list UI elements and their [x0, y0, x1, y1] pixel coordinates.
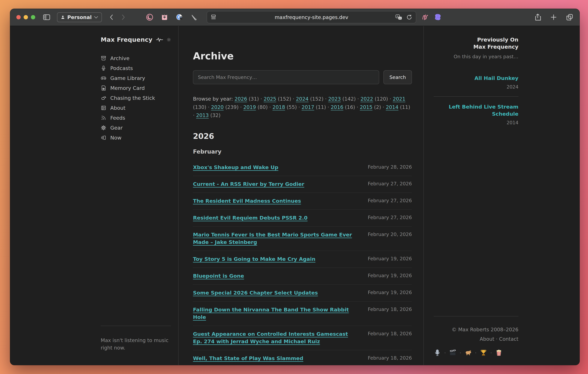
footer-divider: [434, 316, 518, 316]
profile-button[interactable]: Personal: [57, 12, 102, 22]
sidebar-item-feeds[interactable]: Feeds: [101, 113, 171, 123]
post-title-link[interactable]: The Resident Evil Madness Continues: [193, 197, 301, 205]
sidebar-item-gear[interactable]: Gear: [101, 123, 171, 133]
sidebar-item-memory-card[interactable]: Memory Card: [101, 83, 171, 93]
pen-extension-icon: [191, 14, 198, 21]
timer-extension-button[interactable]: [146, 13, 153, 21]
post-row-mario-tennis-fever-is-the-best-mario-sports-game-ever-made-jake-steinberg: Mario Tennis Fever Is the Best Mario Spo…: [193, 226, 412, 251]
on-this-day-list: All Hail Dunkey 2024 Left Behind Live St…: [434, 75, 518, 125]
post-date: February 18, 2026: [368, 330, 412, 336]
blob-extension-icon: [434, 14, 441, 21]
share-button[interactable]: [534, 13, 541, 21]
contact-link[interactable]: Contact: [499, 336, 518, 342]
timer-extension-icon: [146, 14, 153, 21]
share-icon: [534, 13, 541, 21]
browser-window: Personal: [10, 9, 580, 365]
tab-overview-icon: [566, 14, 573, 21]
microphone-emoji-icon: [434, 349, 441, 356]
post-row-guest-appearance-on-controlled-interests-gamescast-ep-274-with-jerrad-wyche-and-michael-ruiz: Guest Appearance on Controlled Interests…: [193, 326, 412, 350]
translate-icon[interactable]: A x: [395, 14, 402, 20]
back-button[interactable]: [109, 14, 114, 21]
post-row-toy-story-5-is-going-to-make-me-cry-again: Toy Story 5 is Going to Make Me Cry Agai…: [193, 251, 412, 268]
chevron-down-icon: [94, 15, 98, 19]
page-title: Archive: [193, 50, 412, 62]
post-date: February 28, 2026: [368, 164, 412, 170]
downie-extension-button[interactable]: [161, 13, 168, 21]
gear-icon: [101, 125, 106, 131]
post-date: February 19, 2026: [368, 255, 412, 262]
footer-emoji-row: · · ·: [434, 349, 518, 356]
post-row-the-resident-evil-madness-continues: The Resident Evil Madness Continues Febr…: [193, 193, 412, 209]
post-title-link[interactable]: Bluepoint is Gone: [193, 272, 244, 280]
sidebar-divider: [101, 326, 171, 326]
svg-text:A: A: [397, 15, 398, 18]
rss-icon: [101, 115, 106, 121]
sidebar-item-now[interactable]: Now: [101, 133, 171, 143]
reload-icon[interactable]: [406, 14, 412, 20]
blob-extension-button[interactable]: [434, 13, 442, 21]
dog-emoji-icon: [464, 349, 472, 356]
post-title-link[interactable]: Toy Story 5 is Going to Make Me Cry Agai…: [193, 255, 315, 263]
post-title-link[interactable]: Some Special 2026 Chapter Select Updates: [193, 289, 318, 297]
post-date: February 19, 2026: [368, 289, 412, 295]
on-this-day-link[interactable]: All Hail Dunkey: [434, 75, 518, 82]
window-controls: [16, 15, 35, 19]
post-date: February 27, 2026: [368, 214, 412, 220]
fullscreen-button[interactable]: [31, 15, 35, 19]
post-date: February 19, 2026: [368, 272, 412, 278]
post-date: February 27, 2026: [368, 180, 412, 187]
post-title-link[interactable]: Falling Down the Nirvanna The Band The S…: [193, 306, 355, 321]
sidebar-item-podcasts[interactable]: Podcasts: [101, 63, 171, 73]
clapperboard-emoji-icon: [449, 349, 456, 356]
back-icon: [109, 14, 114, 21]
post-row-resident-evil-requiem-debuts-pssr-2-0: Resident Evil Requiem Debuts PSSR 2.0 Fe…: [193, 209, 412, 226]
close-button[interactable]: [16, 15, 21, 19]
on-this-day-year: 2024: [434, 84, 518, 90]
sidebar-item-game-library[interactable]: Game Library: [101, 73, 171, 83]
lock-extension-button[interactable]: [176, 13, 183, 21]
archive-box-icon: [101, 55, 106, 61]
theme-toggle-sun-icon[interactable]: [167, 37, 171, 43]
gamepad-icon: [101, 75, 106, 81]
post-title-link[interactable]: Guest Appearance on Controlled Interests…: [193, 330, 355, 345]
post-row-current-an-rss-river-by-terry-godier: Current - An RSS River by Terry Godier F…: [193, 176, 412, 193]
pen-extension-button[interactable]: [190, 13, 198, 21]
post-title-link[interactable]: Xbox's Shakeup and Wake Up: [193, 164, 278, 171]
microphone-icon: [101, 65, 106, 71]
script-extension-icon: [421, 13, 429, 21]
on-this-day-item-all-hail-dunkey: All Hail Dunkey 2024: [434, 75, 518, 89]
page-content: Max Frequency Archive: [10, 26, 579, 365]
previously-on-title: Previously On Max Frequency: [469, 36, 518, 50]
person-icon: [61, 15, 65, 19]
sidebar-item-about[interactable]: About: [101, 103, 171, 113]
browser-toolbar: Personal: [10, 9, 579, 26]
sidebar-item-chasing-the-stick[interactable]: Chasing the Stick: [101, 93, 171, 103]
search-button[interactable]: Search: [383, 70, 412, 84]
post-title-link[interactable]: Resident Evil Requiem Debuts PSSR 2.0: [193, 214, 308, 221]
on-this-day-link[interactable]: Left Behind Live Stream Schedule: [434, 103, 518, 118]
site-logo[interactable]: Max Frequency: [101, 36, 152, 43]
dog-icon: [101, 95, 106, 101]
about-link[interactable]: About: [480, 336, 494, 342]
browse-by-year: Browse by year: 2026 (31) · 2025 (152) ·…: [193, 95, 412, 120]
forward-button[interactable]: [121, 14, 126, 21]
new-tab-button[interactable]: [550, 14, 557, 21]
tab-overview-button[interactable]: [566, 14, 573, 21]
sidebar-toggle-button[interactable]: [43, 14, 51, 20]
listening-status: Max isn't listening to music right now.: [101, 337, 170, 352]
post-date: February 18, 2026: [368, 306, 412, 312]
popcorn-emoji-icon: [495, 349, 503, 356]
post-date: February 20, 2026: [368, 231, 412, 237]
sidebar-item-archive[interactable]: Archive: [101, 53, 171, 63]
post-title-link[interactable]: Mario Tennis Fever Is the Best Mario Spo…: [193, 231, 355, 246]
post-title-link[interactable]: Well, That State of Play Was Slammed: [193, 355, 303, 362]
footer-links: About · Contact: [434, 336, 518, 342]
copyright: © Max Roberts 2008–2026: [434, 327, 518, 332]
minimize-button[interactable]: [24, 15, 28, 19]
previously-on-subtitle: On this day in years past…: [434, 54, 518, 59]
post-title-link[interactable]: Current - An RSS River by Terry Godier: [193, 180, 304, 188]
script-extension-button[interactable]: [421, 13, 429, 21]
search-input[interactable]: [193, 70, 379, 84]
archive-main: Archive Search Browse by year: 2026 (31)…: [178, 26, 424, 365]
url-bar[interactable]: maxfrequency-site.pages.dev A x: [207, 11, 416, 23]
